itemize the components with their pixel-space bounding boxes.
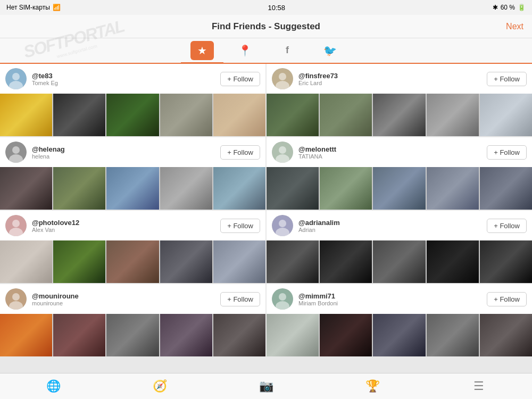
user-card-mimmi71: @mimmi71 Miriam Bordoni + Follow — [267, 284, 532, 356]
photo-te83-4 — [213, 94, 265, 136]
status-left: Нет SIM-карты 📶 — [6, 4, 61, 11]
photo-helenag-4 — [213, 167, 265, 210]
avatar-finsfree73 — [272, 68, 293, 89]
user-header-photolove12: @photolove12 Alex Van + Follow — [0, 211, 265, 240]
photo-mimmi71-4 — [480, 314, 532, 356]
photo-te83-3 — [160, 94, 212, 136]
photo-melonettt-4 — [480, 167, 532, 210]
filter-tab-star[interactable]: ★ — [181, 38, 223, 64]
photo-adrianalim-2 — [373, 240, 425, 283]
svg-point-19 — [12, 293, 20, 301]
photo-mimmi71-0 — [267, 314, 319, 356]
photo-melonettt-3 — [427, 167, 479, 210]
photo-mimmi71-1 — [320, 314, 372, 356]
user-card-melonettt: @melonettt TATIANA + Follow — [267, 137, 532, 210]
user-card-helenag: @helenag helena + Follow — [0, 137, 265, 210]
photo-finsfree73-4 — [480, 94, 532, 136]
location-icon: 📍 — [238, 44, 252, 57]
photo-helenag-3 — [160, 167, 212, 210]
main-content[interactable]: @te83 Tomek Eg + Follow @finsfree73 Eric… — [0, 64, 532, 373]
photo-adrianalim-3 — [427, 240, 479, 283]
photo-helenag-2 — [106, 167, 159, 210]
follow-button-te83[interactable]: + Follow — [220, 72, 260, 86]
wifi-icon: 📶 — [53, 4, 61, 11]
time-display: 10:58 — [268, 4, 285, 12]
user-card-finsfree73: @finsfree73 Eric Lard + Follow — [267, 64, 532, 136]
photo-te83-0 — [0, 94, 52, 136]
avatar-melonettt — [272, 142, 293, 163]
avatar-te83 — [5, 68, 27, 89]
filter-tab-location[interactable]: 📍 — [223, 38, 266, 64]
photo-mouniroune-2 — [106, 314, 159, 356]
users-grid: @te83 Tomek Eg + Follow @finsfree73 Eric… — [0, 64, 532, 356]
photos-strip-finsfree73 — [267, 94, 532, 136]
user-handle-mimmi71: @mimmi71 — [298, 292, 481, 300]
photo-helenag-0 — [0, 167, 52, 210]
photo-mouniroune-3 — [160, 314, 212, 356]
photos-strip-te83 — [0, 94, 265, 136]
photo-finsfree73-3 — [427, 94, 479, 136]
page-title: Find Friends - Suggested — [212, 21, 320, 32]
user-handle-melonettt: @melonettt — [298, 145, 481, 153]
twitter-icon: 🐦 — [323, 44, 337, 57]
photo-photolove12-0 — [0, 240, 52, 283]
svg-point-22 — [279, 293, 286, 301]
nav-trophy[interactable]: 🏆 — [356, 373, 388, 400]
user-name-adrianalim: Adrian — [298, 227, 481, 233]
follow-button-helenag[interactable]: + Follow — [220, 145, 260, 160]
user-name-helenag: helena — [32, 153, 215, 160]
facebook-icon: f — [286, 45, 289, 56]
photos-strip-mimmi71 — [267, 314, 532, 356]
user-handle-finsfree73: @finsfree73 — [298, 72, 481, 80]
svg-point-1 — [12, 73, 20, 80]
user-handle-photolove12: @photolove12 — [32, 219, 215, 227]
nav-menu[interactable]: ☰ — [463, 373, 495, 400]
filter-tab-twitter[interactable]: 🐦 — [309, 38, 351, 64]
nav-compass[interactable]: 🧭 — [144, 373, 176, 400]
user-name-finsfree73: Eric Lard — [298, 80, 481, 86]
photos-strip-melonettt — [267, 167, 532, 210]
menu-icon: ☰ — [473, 379, 484, 393]
photo-mimmi71-2 — [373, 314, 425, 356]
next-button[interactable]: Next — [506, 22, 523, 31]
user-header-helenag: @helenag helena + Follow — [0, 137, 265, 167]
photo-finsfree73-0 — [267, 94, 319, 136]
avatar-mimmi71 — [272, 288, 293, 310]
nav-camera[interactable]: 📷 — [250, 373, 282, 400]
nav-globe[interactable]: 🌐 — [37, 373, 69, 400]
svg-point-10 — [279, 146, 286, 154]
follow-button-melonettt[interactable]: + Follow — [487, 145, 527, 160]
follow-button-mimmi71[interactable]: + Follow — [487, 292, 527, 306]
filter-tab-facebook[interactable]: f — [266, 38, 309, 64]
photo-mouniroune-4 — [213, 314, 265, 356]
status-right: ✱ 60 % 🔋 — [493, 4, 526, 11]
follow-button-mouniroune[interactable]: + Follow — [220, 292, 260, 306]
follow-button-photolove12[interactable]: + Follow — [220, 219, 260, 233]
user-card-te83: @te83 Tomek Eg + Follow — [0, 64, 265, 136]
photo-photolove12-1 — [53, 240, 105, 283]
photo-photolove12-3 — [160, 240, 212, 283]
photo-te83-2 — [106, 94, 159, 136]
user-header-mimmi71: @mimmi71 Miriam Bordoni + Follow — [267, 284, 532, 314]
user-info-finsfree73: @finsfree73 Eric Lard — [298, 72, 481, 86]
photo-helenag-1 — [53, 167, 105, 210]
user-card-mouniroune: @mouniroune mouniroune + Follow — [0, 284, 265, 356]
follow-button-adrianalim[interactable]: + Follow — [487, 219, 527, 233]
follow-button-finsfree73[interactable]: + Follow — [487, 72, 527, 86]
globe-icon: 🌐 — [46, 379, 61, 393]
user-info-mimmi71: @mimmi71 Miriam Bordoni — [298, 292, 481, 306]
avatar-photolove12 — [5, 215, 27, 236]
bottom-nav: 🌐 🧭 📷 🏆 ☰ — [0, 373, 532, 399]
battery-text: 60 % — [501, 4, 515, 11]
avatar-mouniroune — [5, 288, 27, 310]
photos-strip-photolove12 — [0, 240, 265, 283]
user-header-finsfree73: @finsfree73 Eric Lard + Follow — [267, 64, 532, 94]
user-info-helenag: @helenag helena — [32, 145, 215, 160]
avatar-adrianalim — [272, 215, 293, 236]
trophy-icon: 🏆 — [365, 379, 380, 393]
user-handle-helenag: @helenag — [32, 145, 215, 153]
user-card-adrianalim: @adrianalim Adrian + Follow — [267, 211, 532, 283]
user-name-te83: Tomek Eg — [32, 80, 215, 86]
user-name-melonettt: TATIANA — [298, 153, 481, 160]
header: Find Friends - Suggested Next — [0, 15, 532, 38]
